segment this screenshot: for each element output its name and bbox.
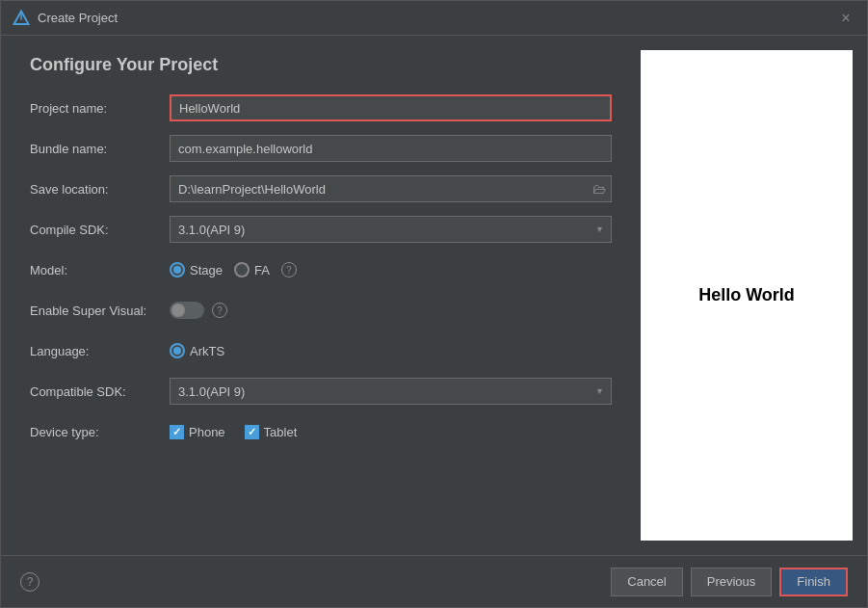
- model-stage-radio[interactable]: Stage: [170, 262, 223, 278]
- compatible-sdk-select[interactable]: 3.1.0(API 9) 3.0.0(API 8): [170, 378, 612, 405]
- finish-button[interactable]: Finish: [779, 568, 848, 596]
- device-type-label: Device type:: [30, 425, 170, 439]
- save-location-label: Save location:: [30, 182, 170, 197]
- device-phone-checkbox-item[interactable]: ✓ Phone: [170, 425, 225, 439]
- close-button[interactable]: ×: [836, 9, 855, 28]
- device-tablet-checkbox-item[interactable]: ✓ Tablet: [245, 425, 298, 439]
- footer-right: Cancel Previous Finish: [611, 568, 848, 596]
- device-type-row: Device type: ✓ Phone ✓ Tablet: [30, 418, 612, 445]
- save-location-input[interactable]: [170, 175, 612, 202]
- compile-sdk-label: Compile SDK:: [30, 223, 170, 237]
- device-phone-label: Phone: [189, 425, 225, 439]
- preview-text: Hello World: [698, 285, 795, 305]
- tablet-check-icon: ✓: [248, 426, 256, 438]
- model-fa-label: FA: [254, 263, 270, 278]
- compile-sdk-control: 3.1.0(API 9) 3.0.0(API 8): [170, 216, 612, 243]
- compatible-sdk-label: Compatible SDK:: [30, 384, 170, 399]
- preview-panel: Hello World: [641, 50, 853, 541]
- model-label: Model:: [30, 263, 170, 278]
- model-help-icon[interactable]: ?: [281, 262, 297, 278]
- project-name-label: Project name:: [30, 101, 170, 116]
- project-name-input[interactable]: [170, 94, 612, 121]
- compatible-sdk-control: 3.1.0(API 9) 3.0.0(API 8): [170, 378, 612, 405]
- device-tablet-label: Tablet: [264, 425, 298, 439]
- device-type-control: ✓ Phone ✓ Tablet: [170, 425, 612, 439]
- model-stage-label: Stage: [190, 263, 223, 278]
- language-arkts-label: ArkTS: [190, 344, 224, 358]
- model-radio-group: Stage FA ?: [170, 262, 297, 278]
- bundle-name-input[interactable]: [170, 135, 612, 162]
- bundle-name-control: [170, 135, 612, 162]
- language-arkts-radio[interactable]: ArkTS: [170, 343, 224, 358]
- folder-icon[interactable]: 🗁: [592, 181, 606, 197]
- page-title: Configure Your Project: [30, 55, 612, 75]
- device-tablet-checkbox[interactable]: ✓: [245, 425, 259, 439]
- model-stage-radio-button[interactable]: [170, 262, 185, 278]
- language-arkts-radio-button[interactable]: [170, 343, 185, 358]
- compatible-sdk-row: Compatible SDK: 3.1.0(API 9) 3.0.0(API 8…: [30, 378, 612, 405]
- project-name-control: [170, 94, 612, 121]
- super-visual-help-icon[interactable]: ?: [212, 303, 227, 318]
- title-bar-left: Create Project: [13, 10, 118, 27]
- compile-sdk-select[interactable]: 3.1.0(API 9) 3.0.0(API 8): [170, 216, 612, 243]
- project-name-row: Project name:: [30, 94, 612, 121]
- dialog-title: Create Project: [38, 11, 118, 25]
- title-bar: Create Project ×: [1, 1, 867, 36]
- language-row: Language: ArkTS: [30, 337, 612, 364]
- super-visual-toggle[interactable]: [170, 302, 204, 319]
- super-visual-row: Enable Super Visual: ?: [30, 297, 612, 324]
- compile-sdk-select-wrapper: 3.1.0(API 9) 3.0.0(API 8): [170, 216, 612, 243]
- save-location-control: 🗁: [170, 175, 612, 202]
- app-logo-icon: [13, 10, 30, 27]
- super-visual-control: ?: [170, 302, 612, 319]
- toggle-knob: [171, 304, 185, 317]
- form-panel: Configure Your Project Project name: Bun…: [1, 36, 641, 555]
- footer-left: ?: [20, 572, 39, 592]
- model-fa-radio[interactable]: FA: [234, 262, 270, 278]
- super-visual-label: Enable Super Visual:: [30, 304, 170, 318]
- bundle-name-row: Bundle name:: [30, 135, 612, 162]
- compile-sdk-row: Compile SDK: 3.1.0(API 9) 3.0.0(API 8): [30, 216, 612, 243]
- language-control: ArkTS: [170, 343, 612, 358]
- compatible-sdk-select-wrapper: 3.1.0(API 9) 3.0.0(API 8): [170, 378, 612, 405]
- model-row: Model: Stage FA ?: [30, 256, 612, 283]
- create-project-dialog: Create Project × Configure Your Project …: [0, 0, 868, 608]
- model-fa-radio-button[interactable]: [234, 262, 250, 278]
- language-label: Language:: [30, 344, 170, 358]
- save-location-input-wrapper: 🗁: [170, 175, 612, 202]
- dialog-content: Configure Your Project Project name: Bun…: [1, 36, 867, 555]
- model-control: Stage FA ?: [170, 262, 612, 278]
- phone-check-icon: ✓: [172, 426, 181, 438]
- cancel-button[interactable]: Cancel: [611, 568, 682, 596]
- footer-help-icon[interactable]: ?: [20, 572, 39, 592]
- dialog-footer: ? Cancel Previous Finish: [1, 555, 867, 607]
- previous-button[interactable]: Previous: [691, 568, 773, 596]
- save-location-row: Save location: 🗁: [30, 175, 612, 202]
- device-phone-checkbox[interactable]: ✓: [170, 425, 184, 439]
- bundle-name-label: Bundle name:: [30, 142, 170, 156]
